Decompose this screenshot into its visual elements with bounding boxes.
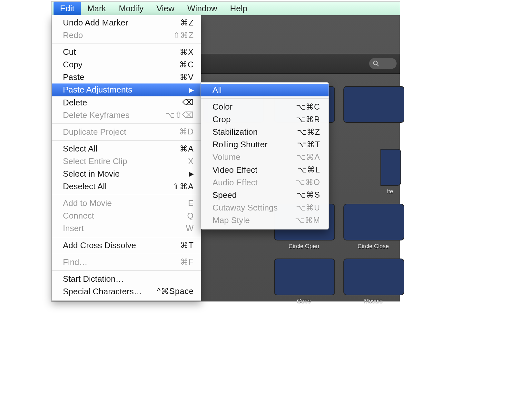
menu-item-label: Select All <box>63 143 97 154</box>
menu-item-shortcut: ⌘T <box>180 240 194 251</box>
menu-item-delete-keyframes[interactable]: Delete Keyframes ⌥⇧⌫ <box>52 109 201 122</box>
menubar-item-view[interactable]: View <box>150 2 181 15</box>
submenu-item-map-style[interactable]: Map Style ⌥⌘M <box>201 214 329 227</box>
submenu-item-cutaway-settings[interactable]: Cutaway Settings ⌥⌘U <box>201 201 329 214</box>
transition-thumb-circle-close[interactable]: Circle Close <box>343 204 403 250</box>
transition-thumb-mosaic[interactable]: Mosaic <box>343 259 403 305</box>
menubar-item-help[interactable]: Help <box>224 2 254 15</box>
menu-item-select-in-movie[interactable]: Select in Movie ▶ <box>52 168 201 180</box>
menu-item-shortcut: ⌘C <box>179 59 194 70</box>
menu-item-shortcut: Q <box>187 210 194 221</box>
menu-separator <box>52 237 201 237</box>
menu-item-label: Find… <box>63 257 88 268</box>
menu-item-label: Add to Movie <box>63 198 112 209</box>
menu-item-label: Paste <box>63 72 84 83</box>
submenu-item-rolling-shutter[interactable]: Rolling Shutter ⌥⌘T <box>201 138 329 151</box>
menu-item-label: Speed <box>212 190 237 201</box>
menu-separator <box>52 270 201 271</box>
menu-item-shortcut: ⌥⌘S <box>296 190 320 201</box>
menu-item-shortcut: ⇧⌘Z <box>173 30 194 41</box>
transition-label: ite <box>380 188 400 195</box>
menu-item-label: Insert <box>63 223 84 234</box>
app-window: Edit Mark Modify View Window Help ite <box>52 2 400 301</box>
menu-separator <box>52 195 201 195</box>
menu-item-label: Deselect All <box>63 181 107 192</box>
menu-item-shortcut: ⌥⌘U <box>296 202 320 213</box>
menu-item-add-cross-dissolve[interactable]: Add Cross Dissolve ⌘T <box>52 239 201 252</box>
menu-item-find[interactable]: Find… ⌘F <box>52 256 201 269</box>
submenu-item-stabilization[interactable]: Stabilization ⌥⌘Z <box>201 126 329 138</box>
menu-item-shortcut: ⌘A <box>180 143 194 154</box>
menu-separator <box>52 140 201 141</box>
menu-item-shortcut: ⌘X <box>180 47 194 58</box>
menu-item-select-all[interactable]: Select All ⌘A <box>52 142 201 155</box>
transition-label: Circle Open <box>274 243 334 250</box>
search-input[interactable] <box>369 58 397 69</box>
submenu-item-all[interactable]: All <box>201 84 329 96</box>
submenu-item-crop[interactable]: Crop ⌥⌘R <box>201 113 329 126</box>
menubar-item-modify[interactable]: Modify <box>113 2 150 15</box>
transition-thumb-cube[interactable]: Cube <box>274 259 334 305</box>
menu-item-add-to-movie[interactable]: Add to Movie E <box>52 197 201 210</box>
menu-item-delete[interactable]: Delete ⌫ <box>52 96 201 109</box>
menu-item-start-dictation[interactable]: Start Dictation… <box>52 273 201 285</box>
menu-item-shortcut: ⌘V <box>180 72 194 83</box>
menu-item-label: Select Entire Clip <box>63 156 127 167</box>
menu-separator <box>52 254 201 254</box>
menu-item-label: Special Characters… <box>63 286 142 297</box>
menu-item-label: Rolling Shutter <box>212 139 268 150</box>
menu-item-insert[interactable]: Insert W <box>52 222 201 235</box>
menu-item-label: Select in Movie <box>63 168 120 180</box>
menu-item-shortcut: ⌥⌘L <box>297 164 320 175</box>
menu-item-select-entire-clip[interactable]: Select Entire Clip X <box>52 155 201 168</box>
menu-item-deselect-all[interactable]: Deselect All ⇧⌘A <box>52 180 201 193</box>
menu-item-label: All <box>212 84 222 96</box>
menu-item-connect[interactable]: Connect Q <box>52 210 201 222</box>
menu-item-label: Map Style <box>212 215 250 226</box>
menu-item-shortcut: E <box>188 198 194 209</box>
menu-item-copy[interactable]: Copy ⌘C <box>52 58 201 71</box>
menu-separator <box>201 98 329 99</box>
menu-item-redo[interactable]: Redo ⇧⌘Z <box>52 29 201 42</box>
menu-item-shortcut: X <box>188 156 194 167</box>
menu-item-shortcut: ⇧⌘A <box>172 181 194 192</box>
menu-separator <box>52 123 201 124</box>
svg-line-1 <box>377 64 379 66</box>
menu-item-shortcut: ⌘D <box>179 126 194 137</box>
transition-label: Circle Close <box>343 243 403 250</box>
menu-item-shortcut: ⌥⌘C <box>296 102 320 113</box>
submenu-item-video-effect[interactable]: Video Effect ⌥⌘L <box>201 164 329 176</box>
transition-label: Cube <box>274 298 334 305</box>
menu-item-label: Crop <box>212 114 231 125</box>
submenu-item-color[interactable]: Color ⌥⌘C <box>201 101 329 113</box>
menu-item-label: Video Effect <box>212 164 257 176</box>
transition-thumb[interactable]: ite <box>380 149 400 195</box>
submenu-item-audio-effect[interactable]: Audio Effect ⌥⌘O <box>201 176 329 189</box>
menu-item-label: Redo <box>63 30 83 41</box>
menu-item-shortcut: ^⌘Space <box>157 286 194 297</box>
submenu-item-speed[interactable]: Speed ⌥⌘S <box>201 189 329 201</box>
menu-item-shortcut: ⌥⌘T <box>297 139 320 150</box>
menu-item-paste-adjustments[interactable]: Paste Adjustments ▶ <box>52 83 201 96</box>
menu-item-cut[interactable]: Cut ⌘X <box>52 46 201 58</box>
menubar-item-window[interactable]: Window <box>181 2 223 15</box>
menu-item-shortcut: ⌥⌘R <box>296 114 320 125</box>
submenu-item-volume[interactable]: Volume ⌥⌘A <box>201 151 329 163</box>
edit-menu: Undo Add Marker ⌘Z Redo ⇧⌘Z Cut ⌘X Copy … <box>52 15 201 301</box>
menubar-item-mark[interactable]: Mark <box>81 2 113 15</box>
menu-item-label: Cut <box>63 46 76 58</box>
menu-item-shortcut: ⌥⌘A <box>296 152 320 163</box>
menubar-item-edit[interactable]: Edit <box>54 2 81 15</box>
transition-thumb[interactable] <box>343 86 403 123</box>
submenu-arrow-icon: ▶ <box>189 170 194 178</box>
menu-item-paste[interactable]: Paste ⌘V <box>52 71 201 83</box>
menu-item-label: Delete <box>63 97 87 108</box>
menu-item-label: Duplicate Project <box>63 126 126 138</box>
menubar: Edit Mark Modify View Window Help <box>52 2 400 15</box>
menu-item-label: Paste Adjustments <box>63 84 132 95</box>
menu-item-duplicate-project[interactable]: Duplicate Project ⌘D <box>52 126 201 138</box>
menu-item-special-characters[interactable]: Special Characters… ^⌘Space <box>52 285 201 298</box>
menu-item-shortcut: ⌥⌘M <box>295 215 320 226</box>
menu-item-shortcut: ⌥⌘O <box>296 177 320 188</box>
menu-item-undo[interactable]: Undo Add Marker ⌘Z <box>52 16 201 29</box>
